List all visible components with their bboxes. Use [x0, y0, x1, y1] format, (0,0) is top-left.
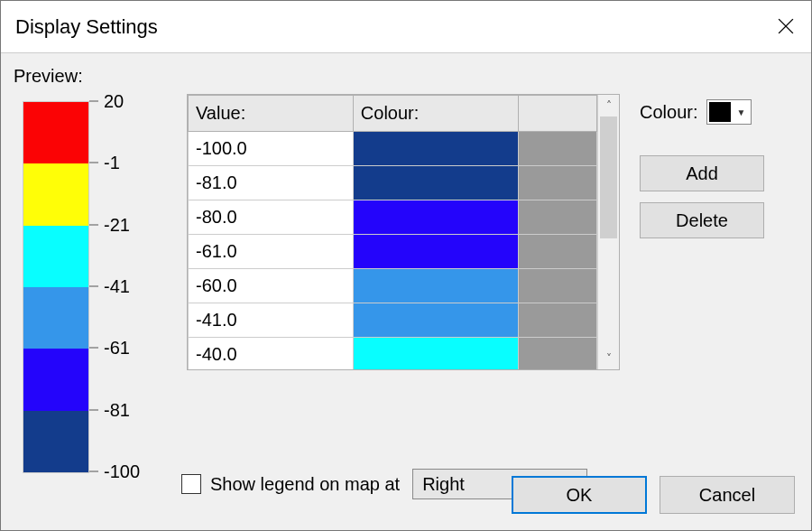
row-colour-swatch: [354, 235, 518, 268]
row-colour-swatch: [354, 338, 518, 369]
value-cell[interactable]: -40.0: [189, 338, 354, 370]
dialog-title: Display Settings: [15, 15, 158, 39]
table-row[interactable]: -61.0: [189, 235, 597, 269]
chevron-down-icon: ▼: [736, 107, 745, 117]
colour-label: Colour:: [640, 102, 697, 123]
dialog-buttons: OK Cancel: [512, 476, 795, 514]
value-cell[interactable]: -41.0: [189, 303, 354, 338]
value-cell[interactable]: -81.0: [189, 166, 354, 200]
table-row[interactable]: -81.0: [189, 166, 597, 200]
close-button[interactable]: [761, 1, 811, 51]
legend-segment: [23, 163, 88, 225]
blank-cell: [518, 269, 596, 303]
add-button[interactable]: Add: [640, 155, 764, 191]
legend-tick: 20: [89, 91, 124, 112]
colour-table: Value: Colour: -100.0-81.0-80.0-61.0-60.…: [187, 94, 620, 370]
blank-cell: [518, 132, 596, 166]
colour-cell[interactable]: [353, 166, 518, 200]
colour-picker[interactable]: ▼: [706, 99, 752, 125]
header-blank: [518, 96, 596, 132]
blank-cell: [518, 235, 596, 269]
value-cell[interactable]: -100.0: [189, 132, 354, 166]
colour-cell[interactable]: [353, 200, 518, 235]
titlebar: Display Settings: [1, 1, 811, 53]
blank-cell: [518, 166, 596, 200]
colour-picker-row: Colour: ▼: [640, 99, 793, 125]
dialog-body: Preview: 20-1-21-41-61-81-100: [1, 53, 811, 530]
colour-cell[interactable]: [353, 269, 518, 303]
table-row[interactable]: -80.0: [189, 200, 597, 235]
blank-cell: [518, 338, 596, 370]
legend-tick: -21: [89, 214, 130, 235]
ok-button[interactable]: OK: [512, 476, 647, 514]
legend-tick: -100: [89, 461, 140, 482]
table-row[interactable]: -100.0: [189, 132, 597, 166]
display-settings-dialog: Display Settings Preview: 20-1-21-41-61-…: [0, 0, 812, 531]
blank-cell: [518, 303, 596, 338]
legend-segment: [23, 349, 88, 410]
right-column: Colour: ▼ Add Delete: [640, 94, 793, 249]
blank-cell: [518, 200, 596, 235]
row-colour-swatch: [354, 269, 518, 303]
preview-label: Preview:: [14, 66, 798, 87]
table-row[interactable]: -60.0: [189, 269, 597, 303]
value-cell[interactable]: -80.0: [189, 200, 354, 235]
row-colour-swatch: [354, 166, 518, 200]
scroll-thumb[interactable]: [600, 116, 617, 238]
legend-tick: -61: [89, 338, 130, 359]
colour-cell[interactable]: [353, 338, 518, 370]
table-row[interactable]: -40.0: [189, 338, 597, 370]
legend-segment: [23, 102, 88, 163]
table-header-row: Value: Colour:: [189, 96, 597, 132]
scroll-track[interactable]: [598, 116, 619, 348]
content-row: 20-1-21-41-61-81-100: [14, 94, 798, 473]
table-scroll-area: Value: Colour: -100.0-81.0-80.0-61.0-60.…: [188, 95, 597, 369]
legend-ticks: 20-1-21-41-61-81-100: [89, 101, 152, 471]
table-row[interactable]: -41.0: [189, 303, 597, 338]
scroll-down-icon[interactable]: ˅: [598, 348, 619, 369]
header-value[interactable]: Value:: [189, 96, 354, 132]
show-legend-checkbox[interactable]: [181, 474, 201, 494]
cancel-button[interactable]: Cancel: [660, 476, 795, 514]
delete-button[interactable]: Delete: [640, 202, 764, 238]
legend-tick: -41: [89, 276, 130, 297]
legend-position-value: Right: [422, 474, 465, 495]
colour-cell[interactable]: [353, 132, 518, 166]
legend-tick: -81: [89, 399, 130, 420]
show-legend-label: Show legend on map at: [210, 474, 400, 495]
legend-preview: 20-1-21-41-61-81-100: [23, 94, 152, 473]
row-colour-swatch: [354, 303, 518, 337]
table-scrollbar[interactable]: ˄ ˅: [597, 95, 619, 369]
header-colour[interactable]: Colour:: [353, 96, 518, 132]
scroll-up-icon[interactable]: ˄: [598, 95, 619, 116]
legend-bar: [23, 101, 89, 473]
row-colour-swatch: [354, 132, 518, 165]
table-column: Value: Colour: -100.0-81.0-80.0-61.0-60.…: [187, 94, 620, 370]
colour-swatch-icon: [709, 102, 731, 122]
value-cell[interactable]: -60.0: [189, 269, 354, 303]
colour-cell[interactable]: [353, 235, 518, 269]
colour-cell[interactable]: [353, 303, 518, 338]
legend-tick: -1: [89, 153, 120, 173]
legend-segment: [23, 287, 88, 349]
legend-segment: [23, 226, 88, 287]
legend-segment: [23, 411, 88, 472]
row-colour-swatch: [354, 200, 518, 234]
close-icon: [778, 18, 794, 34]
value-cell[interactable]: -61.0: [189, 235, 354, 269]
